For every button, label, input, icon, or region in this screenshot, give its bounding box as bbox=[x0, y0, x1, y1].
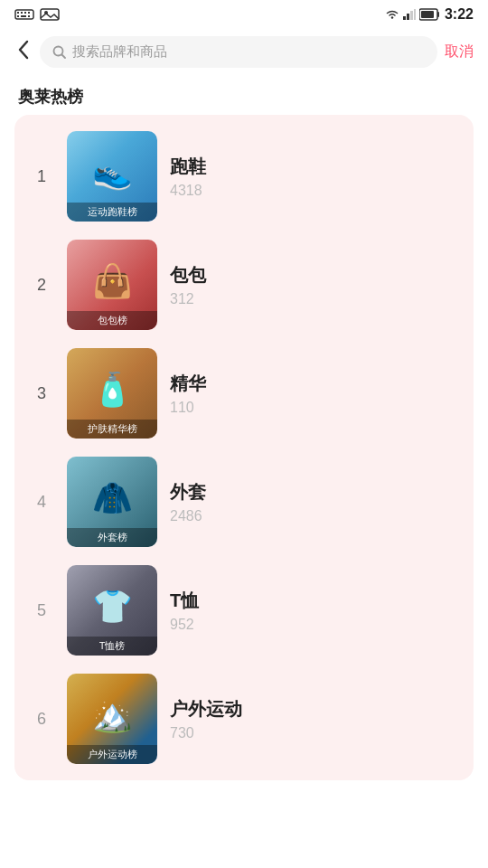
svg-rect-11 bbox=[407, 14, 409, 20]
item-count: 110 bbox=[170, 400, 206, 416]
battery-icon bbox=[419, 8, 441, 21]
item-label: 护肤精华榜 bbox=[67, 420, 157, 439]
svg-rect-4 bbox=[28, 12, 30, 14]
item-info: 跑鞋 4318 bbox=[170, 155, 206, 199]
item-label: 户外运动榜 bbox=[67, 745, 157, 764]
status-right: 3:22 bbox=[385, 6, 474, 23]
signal-icon bbox=[403, 9, 416, 20]
svg-rect-3 bbox=[24, 12, 26, 14]
item-count: 730 bbox=[170, 725, 242, 741]
item-image: 运动跑鞋榜 bbox=[67, 131, 157, 222]
svg-rect-8 bbox=[41, 9, 59, 20]
item-image: 包包榜 bbox=[67, 240, 157, 330]
item-info: 精华 110 bbox=[170, 372, 206, 416]
item-name: 精华 bbox=[170, 372, 206, 396]
keyboard-icon bbox=[14, 7, 34, 22]
rank-number: 5 bbox=[29, 601, 54, 620]
search-input-wrap[interactable]: 搜索品牌和商品 bbox=[40, 36, 437, 68]
rank-number: 6 bbox=[29, 710, 54, 729]
back-button[interactable] bbox=[14, 36, 33, 68]
item-label: T恤榜 bbox=[67, 637, 157, 656]
item-image: 户外运动榜 bbox=[67, 674, 157, 764]
item-info: T恤 952 bbox=[170, 589, 199, 633]
search-icon bbox=[52, 45, 67, 60]
item-info: 户外运动 730 bbox=[170, 697, 242, 741]
item-count: 312 bbox=[170, 291, 206, 307]
list-item[interactable]: 4 外套榜 外套 2486 bbox=[14, 448, 474, 556]
item-label: 包包榜 bbox=[67, 311, 157, 330]
list-item[interactable]: 6 户外运动榜 户外运动 730 bbox=[14, 665, 474, 773]
item-name: T恤 bbox=[170, 589, 199, 613]
item-name: 包包 bbox=[170, 263, 206, 288]
image-icon bbox=[40, 7, 60, 22]
rank-number: 4 bbox=[29, 493, 54, 512]
list-item[interactable]: 2 包包榜 包包 312 bbox=[14, 231, 474, 339]
list-item[interactable]: 3 护肤精华榜 精华 110 bbox=[14, 339, 474, 448]
item-image: T恤榜 bbox=[67, 565, 157, 656]
svg-rect-13 bbox=[414, 9, 416, 20]
list-item[interactable]: 1 运动跑鞋榜 跑鞋 4318 bbox=[14, 122, 474, 231]
item-image: 护肤精华榜 bbox=[67, 348, 157, 439]
svg-rect-6 bbox=[21, 15, 26, 17]
status-left bbox=[14, 7, 60, 22]
svg-rect-5 bbox=[17, 15, 19, 17]
item-count: 2486 bbox=[170, 508, 206, 524]
cancel-button[interactable]: 取消 bbox=[445, 42, 474, 61]
svg-rect-1 bbox=[17, 12, 19, 14]
wifi-icon bbox=[385, 9, 399, 20]
hot-list: 1 运动跑鞋榜 跑鞋 4318 2 包包榜 包包 312 3 护 bbox=[14, 115, 474, 780]
item-label: 外套榜 bbox=[67, 528, 157, 547]
rank-number: 2 bbox=[29, 276, 54, 295]
item-info: 外套 2486 bbox=[170, 480, 206, 524]
svg-rect-7 bbox=[28, 15, 30, 17]
search-placeholder: 搜索品牌和商品 bbox=[72, 43, 167, 61]
item-name: 户外运动 bbox=[170, 697, 242, 722]
search-bar: 搜索品牌和商品 取消 bbox=[0, 29, 488, 75]
time-display: 3:22 bbox=[445, 6, 474, 23]
section-title: 奥莱热榜 bbox=[0, 75, 488, 115]
svg-rect-10 bbox=[403, 16, 406, 20]
item-name: 外套 bbox=[170, 480, 206, 505]
status-bar: 3:22 bbox=[0, 0, 488, 29]
item-count: 952 bbox=[170, 617, 199, 633]
svg-rect-15 bbox=[421, 11, 434, 18]
item-image: 外套榜 bbox=[67, 457, 157, 547]
item-info: 包包 312 bbox=[170, 263, 206, 307]
item-count: 4318 bbox=[170, 183, 206, 199]
svg-rect-0 bbox=[15, 10, 33, 19]
svg-rect-2 bbox=[21, 12, 23, 14]
item-label: 运动跑鞋榜 bbox=[67, 203, 157, 222]
rank-number: 3 bbox=[29, 384, 54, 403]
rank-number: 1 bbox=[29, 167, 54, 186]
list-item[interactable]: 5 T恤榜 T恤 952 bbox=[14, 556, 474, 665]
item-name: 跑鞋 bbox=[170, 155, 206, 179]
svg-rect-12 bbox=[410, 11, 413, 20]
